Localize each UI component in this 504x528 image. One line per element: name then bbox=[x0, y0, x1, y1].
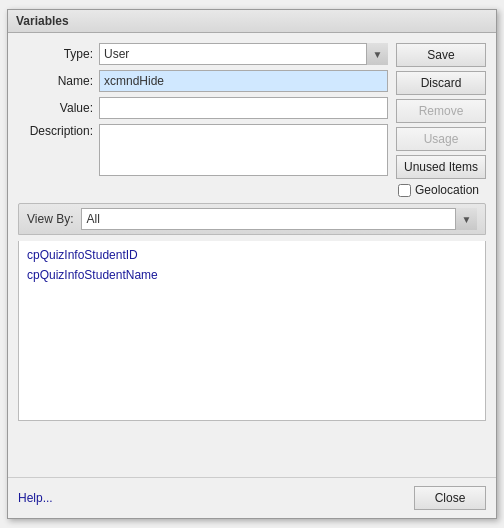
type-select[interactable]: User bbox=[99, 43, 388, 65]
name-input[interactable] bbox=[99, 70, 388, 92]
help-link[interactable]: Help... bbox=[18, 491, 53, 505]
dialog-title: Variables bbox=[16, 14, 69, 28]
discard-button[interactable]: Discard bbox=[396, 71, 486, 95]
viewby-select-wrapper: All ▼ bbox=[81, 208, 477, 230]
top-section: Type: User ▼ Name: Value: bbox=[18, 43, 486, 197]
main-area: View By: All ▼ cpQuizInfoStudentID cpQui… bbox=[18, 203, 486, 421]
save-button[interactable]: Save bbox=[396, 43, 486, 67]
geolocation-label: Geolocation bbox=[415, 183, 479, 197]
dialog-footer: Help... Close bbox=[8, 477, 496, 518]
dialog-title-bar: Variables bbox=[8, 10, 496, 33]
geolocation-row: Geolocation bbox=[398, 183, 486, 197]
type-select-wrapper: User ▼ bbox=[99, 43, 388, 65]
description-row: Description: bbox=[18, 124, 388, 176]
list-item[interactable]: cpQuizInfoStudentName bbox=[19, 265, 485, 285]
viewby-select[interactable]: All bbox=[81, 208, 477, 230]
name-label: Name: bbox=[18, 74, 93, 88]
viewby-label: View By: bbox=[27, 212, 73, 226]
type-row: Type: User ▼ bbox=[18, 43, 388, 65]
type-label: Type: bbox=[18, 47, 93, 61]
variables-dialog: Variables Type: User ▼ Name: bbox=[7, 9, 497, 519]
buttons-area: Save Discard Remove Usage Unused Items G… bbox=[388, 43, 486, 197]
remove-button[interactable]: Remove bbox=[396, 99, 486, 123]
close-button[interactable]: Close bbox=[414, 486, 486, 510]
form-fields: Type: User ▼ Name: Value: bbox=[18, 43, 388, 197]
unused-items-button[interactable]: Unused Items bbox=[396, 155, 486, 179]
geolocation-checkbox[interactable] bbox=[398, 184, 411, 197]
variable-list: cpQuizInfoStudentID cpQuizInfoStudentNam… bbox=[18, 241, 486, 421]
value-input[interactable] bbox=[99, 97, 388, 119]
description-label: Description: bbox=[18, 124, 93, 138]
list-item[interactable]: cpQuizInfoStudentID bbox=[19, 245, 485, 265]
value-row: Value: bbox=[18, 97, 388, 119]
description-textarea[interactable] bbox=[99, 124, 388, 176]
dialog-body: Type: User ▼ Name: Value: bbox=[8, 33, 496, 477]
usage-button[interactable]: Usage bbox=[396, 127, 486, 151]
viewby-bar: View By: All ▼ bbox=[18, 203, 486, 235]
name-row: Name: bbox=[18, 70, 388, 92]
value-label: Value: bbox=[18, 101, 93, 115]
